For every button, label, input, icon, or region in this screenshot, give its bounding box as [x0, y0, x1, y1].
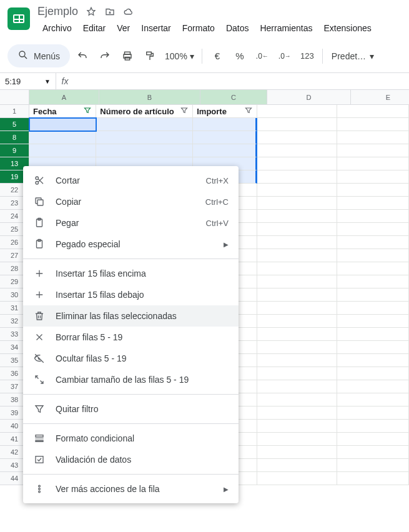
cell[interactable] [337, 380, 409, 393]
move-icon[interactable] [104, 6, 116, 17]
menu-insertar[interactable]: Insertar [136, 21, 175, 36]
col-header-A[interactable]: A [29, 90, 99, 105]
cell[interactable] [337, 472, 409, 485]
cell[interactable] [257, 393, 337, 406]
cell[interactable] [337, 406, 409, 420]
undo-button[interactable] [72, 46, 92, 66]
cell[interactable] [337, 420, 409, 433]
cell[interactable] [257, 406, 337, 420]
menu-ver[interactable]: Ver [112, 21, 135, 36]
menu-archivo[interactable]: Archivo [37, 21, 77, 36]
row-header[interactable]: 9 [0, 144, 29, 157]
menu-extensiones[interactable]: Extensiones [318, 21, 376, 36]
cell[interactable] [337, 433, 409, 446]
cell[interactable] [337, 393, 409, 406]
cell[interactable] [337, 144, 409, 157]
cell[interactable] [257, 157, 337, 170]
cell[interactable] [193, 144, 257, 157]
filter-icon[interactable] [244, 106, 253, 117]
cell[interactable]: Fecha [29, 105, 96, 118]
redo-button[interactable] [95, 46, 115, 66]
cell[interactable] [257, 433, 337, 446]
cell[interactable] [257, 341, 337, 354]
cell[interactable] [193, 131, 257, 144]
paint-format-button[interactable] [140, 46, 160, 66]
ctx-borrar-filas-5-19[interactable]: Borrar filas 5 - 19 [23, 327, 239, 348]
ctx-quitar-filtro[interactable]: Quitar filtro [23, 398, 239, 420]
cell[interactable] [96, 144, 193, 157]
cell[interactable] [257, 328, 337, 341]
cell[interactable] [257, 249, 337, 262]
ctx-formato-condicional[interactable]: Formato condicional [23, 428, 239, 449]
cloud-icon[interactable] [123, 6, 134, 17]
print-button[interactable] [117, 46, 137, 66]
cell[interactable] [29, 131, 96, 144]
cell[interactable] [337, 341, 409, 354]
cell[interactable] [257, 459, 337, 472]
cell[interactable] [337, 315, 409, 328]
cell[interactable] [337, 446, 409, 459]
cell[interactable] [337, 236, 409, 249]
cell[interactable] [257, 262, 337, 275]
cell[interactable] [337, 118, 409, 131]
ctx-copiar[interactable]: CopiarCtrl+C [23, 191, 239, 212]
cell[interactable] [337, 197, 409, 210]
cell[interactable]: Importe [193, 105, 257, 118]
cell[interactable] [257, 223, 337, 236]
menu-datos[interactable]: Datos [221, 21, 254, 36]
cell[interactable] [257, 197, 337, 210]
row-header[interactable]: 1 [0, 105, 29, 118]
cell[interactable] [337, 170, 409, 184]
more-formats-button[interactable]: 123 [297, 46, 317, 66]
filter-icon[interactable] [83, 106, 92, 117]
menus-button[interactable]: Menús [7, 44, 70, 67]
cell[interactable] [257, 275, 337, 288]
cell[interactable] [257, 315, 337, 328]
ctx-insertar-15-filas-debajo[interactable]: Insertar 15 filas debajo [23, 284, 239, 305]
currency-button[interactable]: € [207, 46, 227, 66]
menu-editar[interactable]: Editar [78, 21, 111, 36]
cell[interactable] [257, 302, 337, 315]
cell[interactable] [257, 446, 337, 459]
cell[interactable] [257, 131, 337, 144]
cell[interactable] [96, 118, 193, 131]
cell[interactable] [337, 210, 409, 223]
cell[interactable] [257, 184, 337, 197]
cell[interactable] [257, 144, 337, 157]
cell[interactable] [337, 354, 409, 367]
menu-herramientas[interactable]: Herramientas [255, 21, 317, 36]
font-select[interactable]: Predet…▾ [328, 51, 378, 61]
name-box[interactable]: 5:19▼ [0, 73, 56, 89]
cell[interactable] [337, 275, 409, 288]
ctx-pegado-especial[interactable]: Pegado especial▶ [23, 234, 239, 255]
ctx-ver-m-s-acciones-de-la-fila[interactable]: Ver más acciones de la fila▶ [23, 478, 239, 500]
decrease-decimal-button[interactable]: .0← [252, 46, 272, 66]
cell[interactable] [29, 118, 96, 131]
cell[interactable] [337, 249, 409, 262]
cell[interactable] [337, 262, 409, 275]
cell[interactable] [337, 131, 409, 144]
col-header-B[interactable]: B [99, 90, 200, 105]
cell[interactable] [257, 105, 337, 118]
cell[interactable] [29, 144, 96, 157]
cell[interactable] [257, 170, 337, 184]
cell[interactable] [257, 420, 337, 433]
cell[interactable] [337, 328, 409, 341]
col-header-C[interactable]: C [200, 90, 267, 105]
cell[interactable] [257, 472, 337, 485]
cell[interactable] [257, 367, 337, 380]
cell[interactable] [257, 380, 337, 393]
zoom-select[interactable]: 100%▾ [162, 51, 197, 61]
ctx-eliminar-las-filas-seleccionad[interactable]: Eliminar las filas seleccionadas [23, 305, 239, 327]
ctx-ocultar-filas-5-19[interactable]: Ocultar filas 5 - 19 [23, 348, 239, 369]
row-header[interactable]: 5 [0, 118, 29, 131]
cell[interactable] [96, 131, 193, 144]
cell[interactable] [337, 459, 409, 472]
cell[interactable] [337, 105, 409, 118]
cell[interactable] [257, 236, 337, 249]
cell[interactable] [337, 223, 409, 236]
row-header[interactable]: 8 [0, 131, 29, 144]
sheets-logo[interactable] [7, 7, 30, 30]
ctx-validaci-n-de-datos[interactable]: Validación de datos [23, 449, 239, 470]
ctx-insertar-15-filas-encima[interactable]: Insertar 15 filas encima [23, 263, 239, 284]
